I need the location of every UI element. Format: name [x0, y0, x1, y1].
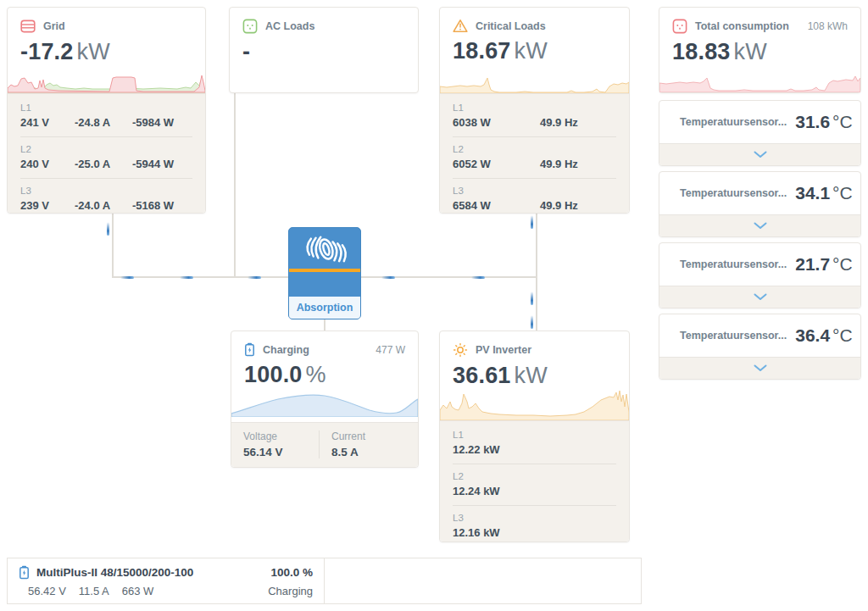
total-consumption-card: Total consumption 108 kWh 18.83kW — [659, 7, 861, 93]
sensor-label: Temperatuursensor... — [680, 187, 787, 199]
temperature-card-4: Temperatuursensor... 36.4°C — [659, 314, 861, 380]
device-state: Charging — [268, 585, 313, 597]
grid-icon — [20, 19, 36, 34]
grid-title: Grid — [43, 20, 65, 32]
total-consumption-icon — [672, 19, 687, 34]
sensor-label: Temperatuursensor... — [680, 258, 787, 270]
temperature-card-2: Temperatuursensor... 34.1°C — [659, 171, 861, 237]
total-consumption-sparkline — [659, 69, 860, 92]
chevron-down-icon — [754, 151, 767, 158]
grid-phase-table: L1 241 V-24.8 A-5984 W L2 240 V-25.0 A-5… — [8, 93, 205, 213]
flow-dash — [471, 276, 485, 279]
expand-button[interactable] — [659, 214, 860, 236]
grid-card: Grid -17.2kW L1 241 V-24.8 A-5984 W L2 2… — [7, 7, 206, 214]
expand-button[interactable] — [659, 143, 860, 165]
sensor-value: 31.6°C — [795, 112, 852, 132]
grid-sparkline — [8, 70, 205, 93]
device-multiplus[interactable]: MultiPlus-II 48/15000/200-100 100.0 % 56… — [8, 558, 325, 603]
charging-title: Charging — [263, 344, 309, 356]
pv-inverter-sparkline — [440, 386, 629, 420]
wire-grid — [112, 214, 114, 278]
chevron-down-icon — [754, 222, 767, 230]
critical-loads-title: Critical Loads — [476, 20, 546, 32]
pv-inverter-title: PV Inverter — [476, 344, 531, 356]
total-consumption-value: 18.83kW — [659, 36, 860, 65]
charging-sparkline — [231, 388, 418, 417]
ac-loads-value: - — [230, 36, 418, 65]
expand-button[interactable] — [659, 286, 860, 308]
device-stats: 56.42 V 11.5 A 663 W — [19, 585, 153, 597]
critical-loads-sparkline — [440, 70, 629, 93]
critical-loads-card: Critical Loads 18.67kW L1 6038 W49.9 Hz … — [439, 7, 630, 214]
device-soc: 100.0 % — [270, 566, 313, 579]
sensor-label: Temperatuursensor... — [680, 116, 787, 128]
flow-dash — [107, 222, 109, 236]
table-row: L2 6052 W49.9 Hz — [453, 137, 616, 179]
inverter-stripe — [289, 269, 360, 272]
table-row: L1 12.22 kW — [453, 423, 616, 464]
critical-loads-value: 18.67kW — [440, 35, 629, 64]
stat-current: Current 8.5 A — [319, 430, 377, 458]
energy-badge: 108 kWh — [808, 20, 848, 32]
warning-triangle-icon — [453, 19, 468, 33]
pv-inverter-value: 36.61kW — [440, 359, 629, 389]
table-row: L2 240 V-25.0 A-5944 W — [20, 137, 192, 179]
table-row: L1 241 V-24.8 A-5984 W — [20, 96, 192, 137]
table-row: L3 6584 W49.9 Hz — [453, 179, 616, 219]
charging-card: Charging 477 W 100.0% Voltage 56.14 V Cu… — [231, 330, 419, 468]
device-name: MultiPlus-II 48/15000/200-100 — [36, 566, 193, 579]
stat-voltage: Voltage 56.14 V — [231, 430, 319, 458]
table-row: L2 12.24 kW — [453, 464, 616, 506]
pv-phase-table: L1 12.22 kW L2 12.24 kW L3 12.16 kW — [440, 420, 629, 542]
vrm-dashboard: Grid -17.2kW L1 241 V-24.8 A-5984 W L2 2… — [0, 0, 868, 611]
sensor-value: 21.7°C — [795, 254, 852, 275]
wire-ac-loads — [234, 93, 236, 278]
sun-icon — [453, 342, 468, 358]
device-list-bar: MultiPlus-II 48/15000/200-100 100.0 % 56… — [7, 558, 642, 604]
device-list-empty-cell — [325, 558, 641, 603]
sensor-label: Temperatuursensor... — [680, 330, 787, 342]
flow-dash — [381, 276, 395, 279]
flow-dash — [248, 276, 261, 279]
flow-dash — [120, 276, 134, 279]
chevron-down-icon — [754, 293, 767, 301]
ac-loads-title: AC Loads — [265, 20, 314, 32]
inverter-node[interactable]: Absorption — [288, 227, 361, 319]
flow-dash — [531, 315, 533, 329]
inverter-state-badge: Absorption — [289, 297, 360, 319]
temperature-card-3: Temperatuursensor... 21.7°C — [659, 242, 861, 308]
expand-button[interactable] — [659, 357, 860, 379]
ac-loads-icon — [242, 19, 258, 34]
wire-critical-pv — [536, 214, 537, 330]
wire-battery — [324, 319, 326, 330]
battery-icon — [244, 342, 255, 357]
temperature-card-1: Temperatuursensor... 31.6°C — [659, 100, 861, 166]
table-row: L1 6038 W49.9 Hz — [453, 96, 616, 137]
sensor-value: 34.1°C — [795, 183, 852, 203]
flow-dash — [180, 276, 193, 279]
sensor-value: 36.4°C — [795, 325, 852, 346]
total-consumption-title: Total consumption — [695, 20, 789, 32]
charging-value: 100.0% — [231, 358, 418, 388]
table-row: L3 12.16 kW — [453, 506, 616, 547]
power-badge: 477 W — [376, 344, 405, 356]
battery-icon — [19, 565, 30, 580]
chevron-down-icon — [754, 364, 767, 372]
pv-inverter-card: PV Inverter 36.61kW L1 12.22 kW L2 12.24… — [439, 330, 630, 542]
flow-dash — [531, 292, 533, 305]
critical-loads-phase-table: L1 6038 W49.9 Hz L2 6052 W49.9 Hz L3 658… — [440, 93, 629, 213]
table-row: L3 239 V-24.0 A-5168 W — [20, 179, 192, 219]
charging-stats: Voltage 56.14 V Current 8.5 A — [231, 422, 418, 467]
ac-loads-card: AC Loads - — [229, 7, 419, 93]
grid-value: -17.2kW — [8, 36, 205, 65]
victron-logo-icon — [298, 233, 351, 265]
